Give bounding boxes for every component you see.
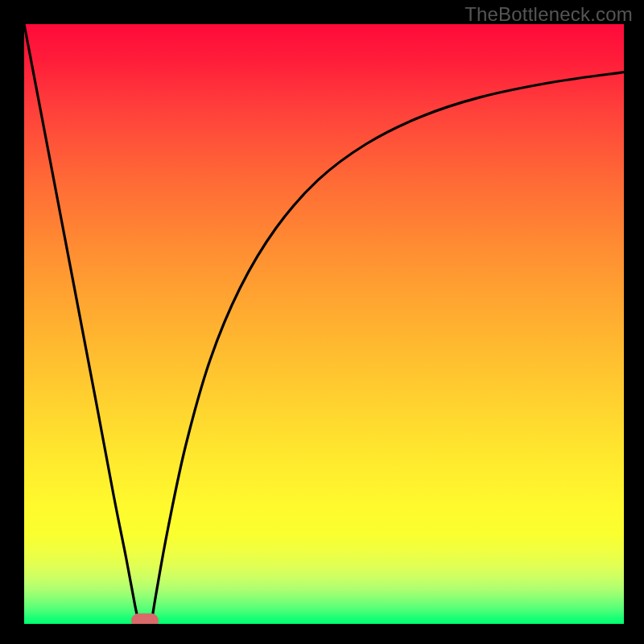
- chart-frame: TheBottleneck.com: [0, 0, 644, 644]
- source-watermark: TheBottleneck.com: [464, 3, 633, 26]
- curve-layer: [24, 24, 624, 624]
- result-marker: [131, 613, 159, 624]
- plot-area: [24, 24, 624, 624]
- curve-left: [24, 24, 139, 624]
- curve-right: [151, 72, 624, 624]
